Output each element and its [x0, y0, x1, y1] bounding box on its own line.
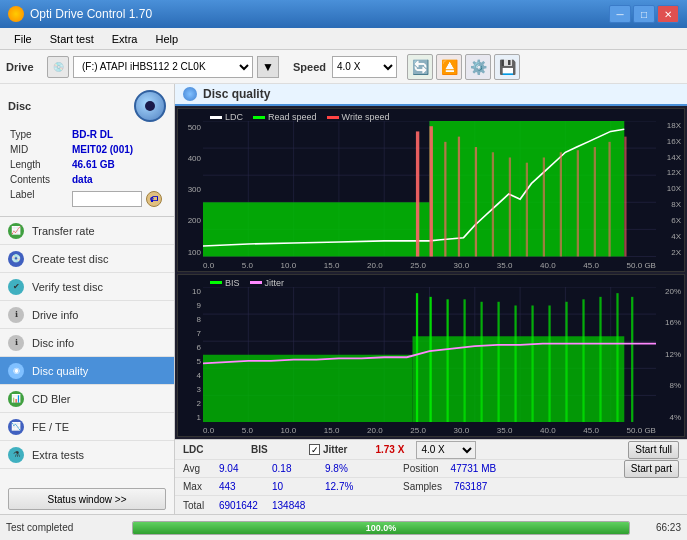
svg-rect-52	[480, 301, 482, 422]
menu-help[interactable]: Help	[147, 31, 186, 47]
drive-refresh-button[interactable]: ▼	[257, 56, 279, 78]
chart2-y-16pct: 16%	[656, 318, 684, 327]
chart1-y-left-500: 500	[178, 123, 203, 132]
disc-section-title: Disc	[8, 100, 31, 112]
svg-rect-22	[492, 152, 494, 256]
chart1-y-2x: 2X	[656, 248, 684, 257]
legend-ldc: LDC	[225, 112, 243, 122]
svg-rect-60	[616, 293, 618, 422]
title-bar: Opti Drive Control 1.70 ─ □ ✕	[0, 0, 687, 28]
svg-rect-50	[446, 299, 448, 422]
bis-max-value: 10	[272, 481, 317, 492]
nav-disc-quality[interactable]: ◉ Disc quality	[0, 357, 174, 385]
verify-test-disc-icon: ✔	[8, 279, 24, 295]
chart2-y-12pct: 12%	[656, 350, 684, 359]
legend-read-speed: Read speed	[268, 112, 317, 122]
nav-disc-info[interactable]: ℹ Disc info	[0, 329, 174, 357]
type-label: Type	[10, 128, 70, 141]
label-label: Label	[10, 188, 70, 208]
nav-verify-test-disc[interactable]: ✔ Verify test disc	[0, 273, 174, 301]
jitter-checkbox[interactable]: ✓	[309, 444, 320, 455]
nav-drive-info[interactable]: ℹ Drive info	[0, 301, 174, 329]
svg-rect-21	[475, 147, 477, 256]
drive-label: Drive	[6, 61, 41, 73]
status-window-button[interactable]: Status window >>	[8, 488, 166, 510]
speed-header-select[interactable]: 4.0 X	[416, 441, 476, 459]
chart1-x-labels: 0.0 5.0 10.0 15.0 20.0 25.0 30.0 35.0 40…	[203, 261, 656, 270]
length-value: 46.61 GB	[72, 158, 164, 171]
create-test-disc-icon: 💿	[8, 251, 24, 267]
chart2-y-20pct: 20%	[656, 287, 684, 296]
nav-extra-tests[interactable]: ⚗ Extra tests	[0, 441, 174, 469]
chart1-svg	[203, 121, 656, 257]
menu-file[interactable]: File	[6, 31, 40, 47]
menu-start-test[interactable]: Start test	[42, 31, 102, 47]
jitter-col-header: Jitter	[323, 444, 347, 455]
bis-avg-value: 0.18	[272, 463, 317, 474]
disc-table: Type BD-R DL MID MEIT02 (001) Length 46.…	[8, 126, 166, 210]
chart2-y-4: 4	[178, 371, 203, 380]
svg-rect-56	[548, 305, 550, 422]
svg-rect-53	[497, 301, 499, 422]
stats-panel: LDC BIS ✓ Jitter 1.73 X 4.0 X Start full…	[175, 439, 687, 514]
main-area: Disc Type BD-R DL MID MEIT02 (001) Lengt…	[0, 84, 687, 514]
disc-info-icon: ℹ	[8, 335, 24, 351]
svg-rect-48	[416, 293, 418, 422]
disc-label-input[interactable]	[72, 191, 142, 207]
nav-fe-te[interactable]: 📉 FE / TE	[0, 413, 174, 441]
chart2-y-10: 10	[178, 287, 203, 296]
save-icon[interactable]: 💾	[494, 54, 520, 80]
cd-bler-icon: 📊	[8, 391, 24, 407]
fe-te-icon: 📉	[8, 419, 24, 435]
disc-info-panel: Disc Type BD-R DL MID MEIT02 (001) Lengt…	[0, 84, 174, 217]
chart1-y-left-400: 400	[178, 154, 203, 163]
position-value: 47731 MB	[451, 463, 497, 474]
minimize-button[interactable]: ─	[609, 5, 631, 23]
chart1-y-12x: 12X	[656, 168, 684, 177]
chart2-y-8pct: 8%	[656, 381, 684, 390]
svg-rect-55	[531, 305, 533, 422]
start-full-button[interactable]: Start full	[628, 441, 679, 459]
chart1-y-14x: 14X	[656, 153, 684, 162]
svg-rect-24	[526, 163, 528, 257]
app-title: Opti Drive Control 1.70	[30, 7, 152, 21]
start-part-button[interactable]: Start part	[624, 460, 679, 478]
ldc-avg-value: 9.04	[219, 463, 264, 474]
status-text: Test completed	[6, 522, 126, 533]
drive-select[interactable]: (F:) ATAPI iHBS112 2 CL0K	[73, 56, 253, 78]
speed-header: 1.73 X	[375, 444, 404, 455]
nav-transfer-rate[interactable]: 📈 Transfer rate	[0, 217, 174, 245]
progress-container: 100.0%	[132, 521, 630, 535]
avg-label: Avg	[183, 463, 211, 474]
status-bar: Test completed 100.0% 66:23	[0, 514, 687, 540]
drive-icon: 💿	[47, 56, 69, 78]
nav-items: 📈 Transfer rate 💿 Create test disc ✔ Ver…	[0, 217, 174, 484]
svg-rect-19	[444, 142, 446, 257]
progress-text: 100.0%	[366, 523, 397, 533]
nav-cd-bler[interactable]: 📊 CD Bler	[0, 385, 174, 413]
svg-rect-57	[565, 301, 567, 422]
disc-quality-header-icon	[183, 87, 197, 101]
nav-create-test-disc[interactable]: 💿 Create test disc	[0, 245, 174, 273]
chart2-y-4pct: 4%	[656, 413, 684, 422]
disc-eject-icon[interactable]: ⏏️	[436, 54, 462, 80]
length-label: Length	[10, 158, 70, 171]
maximize-button[interactable]: □	[633, 5, 655, 23]
svg-rect-18	[430, 126, 433, 256]
chart2-y-3: 3	[178, 385, 203, 394]
chart2-y-8: 8	[178, 315, 203, 324]
jitter-avg-value: 9.8%	[325, 463, 375, 474]
menu-bar: File Start test Extra Help	[0, 28, 687, 50]
svg-rect-15	[203, 202, 430, 256]
menu-extra[interactable]: Extra	[104, 31, 146, 47]
settings-icon[interactable]: ⚙️	[465, 54, 491, 80]
chart2-y-2: 2	[178, 399, 203, 408]
ldc-max-value: 443	[219, 481, 264, 492]
chart2-y-7: 7	[178, 329, 203, 338]
close-button[interactable]: ✕	[657, 5, 679, 23]
chart1-y-left-200: 200	[178, 216, 203, 225]
refresh-icon[interactable]: 🔄	[407, 54, 433, 80]
speed-select[interactable]: 4.0 X	[332, 56, 397, 78]
app-icon	[8, 6, 24, 22]
transfer-rate-icon: 📈	[8, 223, 24, 239]
